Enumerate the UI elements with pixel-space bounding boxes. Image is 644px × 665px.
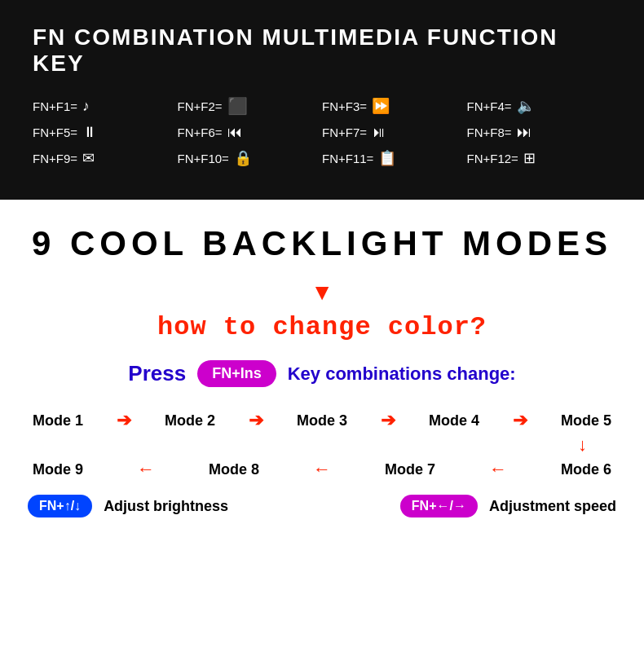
arrow-3-4: ➔ (381, 410, 395, 431)
fn-speed-badge: FN+←/→ (400, 495, 478, 517)
fn-f9-icon: ✉ (82, 149, 95, 167)
fn-f3: FN+F3= ⏩ (322, 96, 467, 116)
fn-ins-badge: FN+Ins (197, 360, 276, 387)
modes-container: Mode 1 ➔ Mode 2 ➔ Mode 3 ➔ Mode 4 ➔ Mode… (24, 410, 620, 480)
fn-f7: FN+F7= ⏯ (322, 124, 467, 141)
mode-8-label: Mode 8 (209, 461, 259, 478)
fn-f12: FN+F12= ⊞ (467, 149, 612, 167)
top-title: FN COMBINATION MULTIMEDIA FUNCTION KEY (33, 24, 611, 77)
fn-f11-icon: 📋 (378, 149, 396, 167)
fn-f8-icon: ⏭ (517, 124, 532, 141)
fn-grid: FN+F1= ♪ FN+F2= ⬛ FN+F3= ⏩ FN+F4= 🔈 FN+F… (33, 96, 611, 167)
mode-3-label: Mode 3 (297, 412, 347, 429)
fn-f10-label: FN+F10= (178, 152, 229, 165)
mode-4-label: Mode 4 (429, 412, 479, 429)
fn-f7-icon: ⏯ (372, 124, 386, 141)
fn-f10-icon: 🔒 (234, 149, 252, 167)
key-combinations-label: Key combinations change: (288, 363, 516, 385)
arrow-9-8: ← (137, 459, 155, 480)
fn-f11-label: FN+F11= (322, 152, 373, 165)
arrow-2-3: ➔ (249, 410, 263, 431)
fn-f8-label: FN+F8= (467, 126, 512, 139)
fn-f12-label: FN+F12= (467, 152, 518, 165)
arrow-7-6: ← (489, 459, 507, 480)
fn-f3-icon: ⏩ (372, 97, 390, 115)
mode-5-col: Mode 5 (561, 412, 611, 429)
backlight-title: 9 COOL BACKLIGHT MODES (24, 224, 620, 263)
modes-row2: Mode 9 ← Mode 8 ← Mode 7 ← Mode 6 (24, 459, 620, 480)
fn-f1-label: FN+F1= (33, 99, 77, 113)
fn-f6-icon: ⏮ (227, 124, 242, 141)
bottom-section: 9 COOL BACKLIGHT MODES ▼ how to change c… (0, 200, 644, 542)
fn-f4: FN+F4= 🔈 (467, 96, 612, 116)
press-line: Press FN+Ins Key combinations change: (24, 360, 620, 387)
fn-f5: FN+F5= ⏸ (33, 124, 178, 141)
fn-f10: FN+F10= 🔒 (178, 149, 323, 167)
mode-5-label: Mode 5 (561, 412, 611, 429)
triangle-icon: ▼ (24, 280, 620, 306)
modes-row1: Mode 1 ➔ Mode 2 ➔ Mode 3 ➔ Mode 4 ➔ Mode… (24, 410, 620, 431)
top-section: FN COMBINATION MULTIMEDIA FUNCTION KEY F… (0, 0, 644, 200)
mode-2-label: Mode 2 (165, 412, 215, 429)
press-label: Press (128, 361, 186, 386)
fn-f2: FN+F2= ⬛ (178, 96, 323, 116)
arrow-4-5: ➔ (513, 410, 527, 431)
mode-1-label: Mode 1 (33, 412, 83, 429)
arrow-8-7: ← (313, 459, 331, 480)
fn-f4-icon: 🔈 (517, 97, 535, 115)
fn-f8: FN+F8= ⏭ (467, 124, 612, 141)
arrow-down-5-6: ↓ (24, 434, 620, 456)
fn-brightness-badge: FN+↑/↓ (28, 495, 92, 517)
fn-f6: FN+F6= ⏮ (178, 124, 323, 141)
fn-f1: FN+F1= ♪ (33, 96, 178, 116)
mode-9-label: Mode 9 (33, 461, 83, 478)
fn-f4-label: FN+F4= (467, 99, 512, 113)
mode-7-label: Mode 7 (385, 461, 435, 478)
fn-f7-label: FN+F7= (322, 126, 367, 139)
how-to-change-text: how to change color? (24, 312, 620, 342)
fn-f9: FN+F9= ✉ (33, 149, 178, 167)
fn-f2-label: FN+F2= (178, 99, 223, 113)
arrow-1-2: ➔ (117, 410, 131, 431)
fn-f2-icon: ⬛ (227, 96, 248, 116)
bottom-buttons: FN+↑/↓ Adjust brightness FN+←/→ Adjustme… (24, 495, 620, 517)
mode-6-label: Mode 6 (561, 461, 611, 478)
fn-f6-label: FN+F6= (178, 126, 223, 139)
fn-f1-icon: ♪ (82, 98, 90, 115)
fn-f5-icon: ⏸ (82, 124, 97, 141)
fn-f11: FN+F11= 📋 (322, 149, 467, 167)
fn-f3-label: FN+F3= (322, 99, 367, 113)
fn-f5-label: FN+F5= (33, 126, 77, 139)
fn-f12-icon: ⊞ (523, 149, 536, 167)
adjustment-speed-label: Adjustment speed (489, 498, 616, 515)
adjust-brightness-label: Adjust brightness (104, 498, 228, 515)
fn-f9-label: FN+F9= (33, 152, 77, 165)
